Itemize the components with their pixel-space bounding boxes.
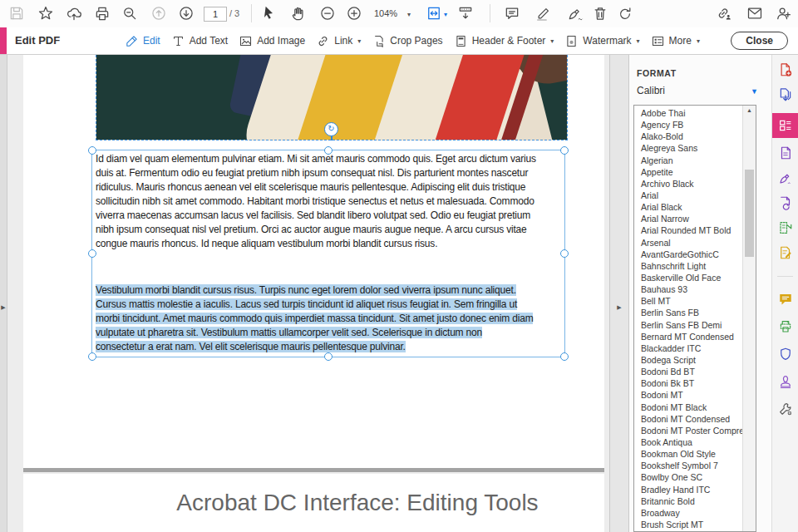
resize-handle-bottom-right[interactable] (560, 352, 569, 361)
print-production-icon[interactable] (778, 319, 793, 334)
font-list-item[interactable]: Bowlby One SC (634, 471, 743, 483)
link-button[interactable]: Link▾ (316, 34, 361, 48)
font-list-item[interactable]: Archivo Black (634, 178, 743, 190)
header-footer-button[interactable]: Header & Footer▾ (454, 34, 554, 48)
font-list-item[interactable]: Adobe Thai (634, 107, 743, 119)
rail-divider (777, 276, 793, 277)
font-list-item[interactable]: Arial (634, 190, 743, 201)
share-upload-icon[interactable] (66, 5, 82, 22)
scan-ocr-icon[interactable] (778, 220, 793, 235)
scrollbar-up-icon[interactable]: ▲ (743, 107, 756, 118)
save-icon[interactable] (8, 5, 25, 22)
paragraph-1[interactable]: Id diam vel quam elementum pulvinar etia… (96, 152, 561, 251)
font-list-item[interactable]: Berlin Sans FB Demi (634, 319, 743, 331)
previous-page-icon[interactable] (150, 5, 167, 22)
hand-tool-icon[interactable] (290, 5, 307, 22)
more-tools-icon[interactable] (778, 401, 793, 416)
share-pdf-icon[interactable] (778, 195, 793, 210)
prepare-form-icon[interactable] (778, 245, 793, 260)
font-list-item[interactable]: Arial Rounded MT Bold (634, 224, 743, 236)
marquee-zoom-icon[interactable] (121, 5, 138, 22)
highlighter-icon[interactable] (535, 5, 552, 22)
font-list-item[interactable]: Bodoni MT Poster Compre... (634, 425, 743, 436)
comment-icon[interactable] (778, 292, 793, 307)
font-list-item[interactable]: Broadway (634, 507, 743, 519)
star-icon[interactable] (37, 5, 54, 22)
fill-sign-icon[interactable] (778, 170, 793, 185)
trash-icon[interactable] (592, 5, 608, 22)
font-list-item[interactable]: Bodoni MT Black (634, 401, 743, 413)
watermark-button[interactable]: Watermark▾ (564, 34, 639, 48)
next-page-icon[interactable] (178, 5, 195, 22)
font-list-scrollbar[interactable]: ▲ (742, 106, 756, 531)
font-list-item[interactable]: Britannic Bold (634, 495, 743, 507)
select-tool-icon[interactable] (260, 5, 277, 22)
font-list-item[interactable]: Bodoni MT Condensed (634, 413, 743, 425)
protect-icon[interactable] (778, 347, 793, 362)
text-line: viverra maecenas accumsan lacus vel faci… (96, 209, 561, 223)
font-list-item[interactable]: Bradley Hand ITC (634, 484, 743, 495)
font-list-item[interactable]: Agency FB (634, 119, 743, 131)
fit-dropdown-caret-icon[interactable]: ▾ (444, 11, 447, 18)
font-list-item[interactable]: Appetite (634, 166, 743, 178)
font-list-item[interactable]: Book Antiqua (634, 436, 743, 448)
sign-pen-icon[interactable] (567, 5, 584, 22)
comment-bubble-icon[interactable] (504, 5, 520, 22)
font-list-item[interactable]: Arsenal (634, 237, 743, 249)
export-pdf-icon[interactable] (778, 87, 793, 102)
font-list-item[interactable]: Brush Script MT (634, 519, 743, 530)
scrolling-mode-icon[interactable] (457, 5, 474, 22)
add-image-button[interactable]: Add Image (239, 34, 305, 48)
scrollbar-thumb[interactable] (745, 170, 754, 257)
add-text-button[interactable]: Add Text (171, 34, 228, 48)
share-link-icon[interactable] (715, 5, 732, 22)
redo-icon[interactable] (617, 5, 633, 22)
font-list-item[interactable]: Bodoni Bk BT (634, 377, 743, 389)
font-list-item[interactable]: Blackadder ITC (634, 342, 743, 354)
font-list-item[interactable]: Bookman Old Style (634, 448, 743, 460)
font-list-item[interactable]: Berlin Sans FB (634, 307, 743, 318)
font-list-item[interactable]: AvantGardeGothicC (634, 249, 743, 260)
link-icon (316, 34, 330, 48)
left-panel-expand-icon[interactable]: ▶ (0, 304, 7, 311)
font-list-item[interactable]: Arial Narrow (634, 213, 743, 224)
zoom-out-icon[interactable] (319, 5, 336, 22)
rotate-handle[interactable]: ↻ (324, 122, 338, 136)
font-list-item[interactable]: Bauhaus 93 (634, 283, 743, 295)
zoom-in-icon[interactable] (346, 5, 362, 22)
fit-width-icon[interactable] (426, 5, 442, 22)
edit-pdf-title: Edit PDF (15, 27, 60, 54)
email-icon[interactable] (746, 5, 763, 22)
more-button[interactable]: More▾ (651, 34, 700, 48)
font-list-item[interactable]: Bernard MT Condensed (634, 331, 743, 342)
share-people-icon[interactable] (775, 5, 791, 22)
panel-collapse-icon[interactable]: ▶ (610, 304, 628, 311)
font-list-item[interactable]: Arial Black (634, 201, 743, 213)
font-list-item[interactable]: Bookshelf Symbol 7 (634, 460, 743, 471)
edit-pdf-icon[interactable] (772, 113, 798, 138)
font-list-item[interactable]: Bahnschrift Light (634, 260, 743, 272)
font-list-item[interactable]: Baskerville Old Face (634, 272, 743, 283)
print-icon[interactable] (94, 5, 111, 22)
font-list-item[interactable]: Algerian (634, 155, 743, 166)
combine-files-icon[interactable] (778, 145, 793, 160)
font-list-item[interactable]: Bodoni MT (634, 389, 743, 401)
panel-splitter[interactable]: ▶ (609, 55, 629, 532)
edit-tool-button[interactable]: Edit (125, 34, 160, 48)
font-list-item[interactable]: Bodoni Bd BT (634, 366, 743, 377)
font-list-item[interactable]: Bodega Script (634, 354, 743, 366)
paragraph-2-selected[interactable]: Vestibulum morbi blandit cursus risus. T… (96, 283, 561, 354)
zoom-level-value[interactable]: 104% (374, 8, 397, 18)
crop-pages-button[interactable]: Crop Pages (372, 34, 442, 48)
resize-handle-top-right[interactable] (560, 146, 569, 155)
zoom-dropdown-caret-icon[interactable]: ▾ (407, 11, 411, 18)
stamp-icon[interactable] (778, 374, 793, 389)
font-family-select[interactable]: Calibri ▼ (637, 85, 760, 100)
create-pdf-icon[interactable] (778, 62, 793, 77)
resize-handle-middle-right[interactable] (560, 249, 569, 258)
font-list-item[interactable]: Alegreya Sans (634, 142, 743, 154)
close-button[interactable]: Close (731, 32, 788, 50)
page-number-input[interactable]: 1 (204, 7, 227, 22)
font-list-item[interactable]: Bell MT (634, 295, 743, 307)
font-list-item[interactable]: Alako-Bold (634, 131, 743, 142)
